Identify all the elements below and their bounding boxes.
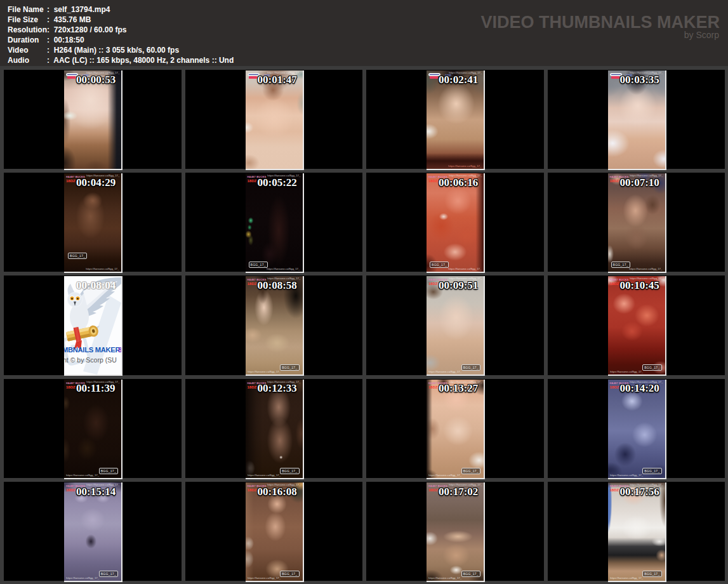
svg-text:8: 8 (118, 346, 121, 354)
svg-text:MBNAILS MAKER: MBNAILS MAKER (64, 346, 120, 354)
svg-text:nt © by Scorp (SU: nt © by Scorp (SU (64, 356, 117, 364)
